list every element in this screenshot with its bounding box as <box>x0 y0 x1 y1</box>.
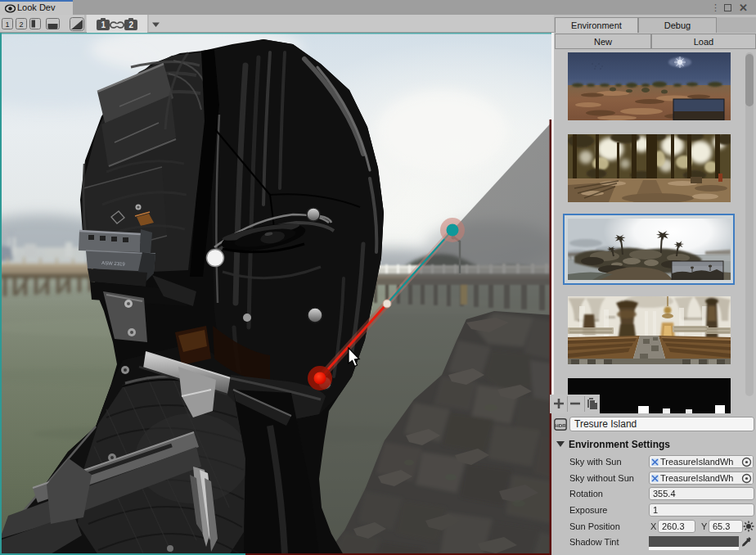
svg-text:2: 2 <box>19 20 23 29</box>
svg-text:1: 1 <box>101 20 106 29</box>
svg-text:1: 1 <box>5 20 9 29</box>
svg-text:HDR: HDR <box>555 422 566 428</box>
svg-text:2: 2 <box>129 20 134 29</box>
